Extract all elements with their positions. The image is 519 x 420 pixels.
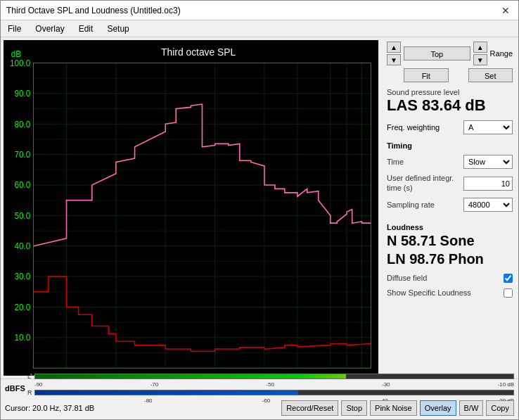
main-window: Third Octave SPL and Loudness (Untitled.… (0, 0, 519, 420)
svg-text:80.0: 80.0 (15, 119, 31, 129)
top-up-arrow[interactable]: ▲ (387, 42, 401, 53)
svg-rect-0 (4, 40, 378, 376)
user-integr-label: User defined integr. time (s) (387, 174, 463, 192)
bottom-bar: dBFS L -90-70-50-30-10 dB (1, 378, 518, 419)
show-specific-row: Show Specific Loudness (387, 288, 513, 298)
window-title: Third Octave SPL and Loudness (Untitled.… (6, 6, 181, 15)
right-panel: ▲ ▼ Top ▲ ▼ Range Fit Set Sound pressure… (381, 37, 518, 378)
diffuse-field-label: Diffuse field (387, 274, 501, 282)
time-select[interactable]: Slow Fast (463, 155, 513, 169)
user-integr-row: User defined integr. time (s) (387, 174, 513, 192)
timing-section-title: Timing (387, 141, 513, 150)
svg-text:50.0: 50.0 (15, 211, 31, 221)
show-specific-checkbox[interactable] (504, 288, 513, 298)
top-fit-row: ▲ ▼ Top ▲ ▼ Range (387, 42, 513, 65)
fit-set-row: Fit Set (387, 68, 513, 82)
loudness-section: Loudness N 58.71 Sone LN 98.76 Phon (387, 219, 513, 268)
sampling-rate-label: Sampling rate (387, 201, 463, 209)
top-down-arrow[interactable]: ▼ (387, 54, 401, 65)
svg-text:70.0: 70.0 (15, 150, 31, 160)
top-button[interactable]: Top (404, 46, 470, 61)
content-area: 100.0 90.0 80.0 70.0 60.0 50.0 40.0 30.0… (1, 37, 518, 378)
freq-weighting-row: Freq. weighting A B C Z (387, 120, 513, 134)
svg-text:dB: dB (11, 49, 21, 59)
dbfs-row: dBFS L -90-70-50-30-10 dB (1, 379, 518, 397)
sampling-rate-row: Sampling rate 48000 44100 96000 (387, 198, 513, 212)
svg-text:30.0: 30.0 (15, 272, 31, 281)
fit-button[interactable]: Fit (404, 68, 449, 82)
spl-value: LAS 83.64 dB (387, 96, 513, 115)
show-specific-label: Show Specific Loudness (387, 288, 501, 297)
menu-overlay[interactable]: Overlay (31, 23, 68, 35)
chart-svg: 100.0 90.0 80.0 70.0 60.0 50.0 40.0 30.0… (4, 40, 378, 376)
sampling-rate-select[interactable]: 48000 44100 96000 (463, 198, 513, 212)
loudness-section-title: Loudness (387, 223, 513, 231)
svg-text:60.0: 60.0 (15, 180, 31, 190)
menu-setup[interactable]: Setup (103, 23, 133, 35)
record-reset-button[interactable]: Record/Reset (281, 400, 338, 416)
menu-file[interactable]: File (4, 23, 25, 35)
bw-button[interactable]: B/W (459, 400, 484, 416)
menu-bar: File Overlay Edit Setup (1, 20, 518, 37)
svg-text:90.0: 90.0 (15, 89, 31, 98)
title-bar: Third Octave SPL and Loudness (Untitled.… (1, 1, 518, 20)
dbfs-label: dBFS (5, 384, 25, 393)
set-button[interactable]: Set (468, 68, 513, 82)
chart-area: 100.0 90.0 80.0 70.0 60.0 50.0 40.0 30.0… (4, 40, 378, 376)
svg-text:40.0: 40.0 (15, 241, 31, 251)
svg-text:Third octave SPL: Third octave SPL (161, 46, 236, 58)
n-value: N 58.71 Sone (387, 231, 513, 250)
copy-button[interactable]: Copy (486, 400, 514, 416)
diffuse-field-checkbox[interactable] (504, 274, 513, 283)
stop-button[interactable]: Stop (341, 400, 367, 416)
range-label: Range (490, 49, 513, 58)
menu-edit[interactable]: Edit (75, 23, 98, 35)
range-up-arrow[interactable]: ▲ (473, 42, 487, 53)
svg-text:10.0: 10.0 (15, 333, 31, 343)
svg-text:20.0: 20.0 (15, 303, 31, 312)
freq-weighting-select[interactable]: A B C Z (463, 120, 513, 134)
bottom-buttons: Cursor: 20.0 Hz, 37.81 dB Record/Reset S… (1, 397, 518, 419)
diffuse-field-row: Diffuse field (387, 274, 513, 283)
ln-value: LN 98.76 Phon (387, 250, 513, 268)
time-label: Time (387, 158, 463, 166)
freq-weighting-label: Freq. weighting (387, 123, 440, 132)
range-down-arrow[interactable]: ▼ (473, 54, 487, 65)
spl-section-label: Sound pressure level (387, 88, 513, 96)
svg-text:100.0: 100.0 (10, 58, 31, 68)
user-integr-input[interactable] (463, 177, 513, 191)
pink-noise-button[interactable]: Pink Noise (370, 400, 417, 416)
time-row: Time Slow Fast (387, 155, 513, 169)
overlay-button[interactable]: Overlay (420, 400, 456, 416)
close-button[interactable]: ✕ (499, 4, 513, 18)
spl-section: Sound pressure level LAS 83.64 dB (387, 88, 513, 115)
cursor-info: Cursor: 20.0 Hz, 37.81 dB (5, 404, 278, 412)
